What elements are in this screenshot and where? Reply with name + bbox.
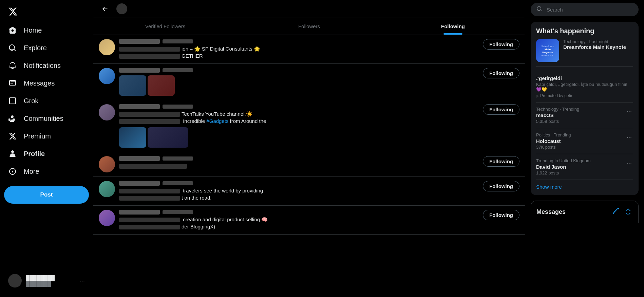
user-name — [119, 181, 160, 186]
trending-item-getirgeldi[interactable]: #getirgeldi Kapı çaldı, #getirgeldi. İşt… — [536, 71, 633, 103]
user-handle — [163, 210, 193, 214]
search-input[interactable] — [547, 7, 633, 13]
bio-image — [148, 127, 188, 148]
bio-images — [119, 75, 479, 96]
profile-name: ████████ — [26, 275, 76, 281]
user-info — [119, 68, 479, 96]
sidebar-item-premium[interactable]: Premium — [4, 128, 89, 145]
list-item[interactable]: ion – 🌟 SP Digital Consultants 🌟 GETHER … — [93, 35, 525, 64]
following-button[interactable]: Following — [483, 210, 519, 220]
show-more-link[interactable]: Show more — [536, 180, 633, 190]
explore-icon — [8, 43, 17, 52]
sidebar-item-home-label: Home — [24, 26, 42, 34]
notifications-icon — [8, 61, 17, 70]
user-name — [119, 39, 160, 44]
bio-image — [119, 127, 146, 148]
user-handle — [163, 181, 193, 185]
right-sidebar: What's happening Salesforce Main Keynote… — [525, 0, 644, 297]
search-bar[interactable] — [531, 3, 639, 16]
more-icon — [8, 167, 17, 176]
sidebar-profile[interactable]: ████████ ███████ ··· — [4, 270, 89, 292]
home-icon — [8, 26, 17, 35]
sidebar-item-notifications[interactable]: Notifications — [4, 57, 89, 74]
following-list: ion – 🌟 SP Digital Consultants 🌟 GETHER … — [93, 35, 525, 297]
sidebar-item-profile-label: Profile — [24, 150, 45, 158]
grok-icon — [8, 96, 17, 105]
trending-more-button[interactable]: ··· — [625, 158, 633, 168]
messages-collapse-button[interactable] — [623, 206, 633, 218]
list-item[interactable]: Following — [93, 152, 525, 177]
sidebar-item-communities[interactable]: Communities — [4, 110, 89, 127]
profile-icon — [8, 149, 17, 158]
messages-popup-icons — [611, 206, 633, 218]
avatar — [99, 104, 115, 120]
avatar — [99, 156, 115, 172]
premium-icon — [8, 132, 17, 141]
back-button[interactable] — [99, 3, 111, 15]
user-info: TechTalks YouTube channel.☀️ Incredible … — [119, 104, 479, 148]
user-info — [119, 156, 479, 169]
trending-count: 5,359 posts — [536, 119, 625, 124]
avatar — [99, 181, 115, 197]
messages-icon — [8, 79, 17, 88]
svg-rect-0 — [10, 98, 16, 104]
following-button[interactable]: Following — [483, 68, 519, 78]
trending-item-macos[interactable]: Technology · Trending macOS 5,359 posts … — [536, 103, 633, 128]
sidebar-item-explore[interactable]: Explore — [4, 39, 89, 56]
trending-item-david-jason[interactable]: Trending in United Kingdom David Jason 1… — [536, 154, 633, 180]
trending-item-holocaust[interactable]: Politics · Trending Holocaust 37K posts … — [536, 128, 633, 154]
tab-followers[interactable]: Followers — [237, 18, 381, 35]
sidebar-item-profile[interactable]: Profile — [4, 145, 89, 162]
user-bio: creation and digital product selling 🧠 d… — [119, 216, 479, 230]
tabs-bar: Verified Followers Followers Following — [93, 18, 525, 35]
search-icon — [536, 6, 543, 13]
messages-popup-title: Messages — [536, 208, 566, 216]
sidebar-item-home[interactable]: Home — [4, 22, 89, 39]
sidebar-item-grok[interactable]: Grok — [4, 92, 89, 109]
user-bio: travelers see the world by providing t o… — [119, 187, 479, 201]
messages-compose-button[interactable] — [611, 206, 621, 218]
user-handle — [163, 156, 193, 161]
trending-category: Politics · Trending — [536, 132, 625, 137]
sidebar-item-messages[interactable]: Messages — [4, 75, 89, 92]
bio-image — [148, 75, 175, 96]
profile-info: ████████ ███████ — [26, 275, 76, 286]
sidebar-more-dots: ··· — [80, 277, 85, 284]
post-button[interactable]: Post — [4, 186, 89, 204]
top-bar — [93, 0, 525, 18]
list-item[interactable]: TechTalks YouTube channel.☀️ Incredible … — [93, 100, 525, 152]
following-button[interactable]: Following — [483, 181, 519, 191]
following-button[interactable]: Following — [483, 104, 519, 115]
trending-more-button[interactable]: ··· — [625, 132, 633, 142]
sidebar: Home Explore Notifications Messages Grok… — [0, 0, 93, 297]
main-content: Verified Followers Followers Following i… — [93, 0, 525, 297]
communities-icon — [8, 114, 17, 123]
list-item[interactable]: Following — [93, 64, 525, 100]
whats-happening-card: What's happening Salesforce Main Keynote… — [531, 22, 639, 195]
promoted-badge: ▷ Promoted by getir — [536, 93, 633, 98]
sidebar-item-more[interactable]: More — [4, 163, 89, 180]
x-logo[interactable] — [4, 3, 22, 20]
avatar — [99, 68, 115, 84]
event-category: Technology · Last night — [563, 39, 633, 44]
trending-title: David Jason — [536, 164, 625, 170]
user-info: travelers see the world by providing t o… — [119, 181, 479, 201]
bio-image — [119, 75, 146, 96]
event-info: Technology · Last night Dreamforce Main … — [563, 39, 633, 62]
event-image-inner: Salesforce Main Keynote Watch it live. — [536, 39, 559, 62]
trending-event[interactable]: Salesforce Main Keynote Watch it live. T… — [536, 39, 633, 67]
user-info: ion – 🌟 SP Digital Consultants 🌟 GETHER — [119, 39, 479, 59]
user-name — [119, 210, 160, 215]
following-button[interactable]: Following — [483, 156, 519, 167]
list-item[interactable]: travelers see the world by providing t o… — [93, 177, 525, 206]
following-button[interactable]: Following — [483, 39, 519, 50]
tab-verified-followers[interactable]: Verified Followers — [93, 18, 237, 35]
user-info: creation and digital product selling 🧠 d… — [119, 210, 479, 230]
top-bar-avatar — [116, 3, 127, 14]
tab-following[interactable]: Following — [381, 18, 525, 35]
trending-more-button[interactable]: ··· — [625, 107, 633, 116]
whats-happening-title: What's happening — [536, 27, 633, 35]
avatar — [8, 274, 22, 287]
list-item[interactable]: creation and digital product selling 🧠 d… — [93, 206, 525, 235]
event-image: Salesforce Main Keynote Watch it live. — [536, 39, 559, 62]
